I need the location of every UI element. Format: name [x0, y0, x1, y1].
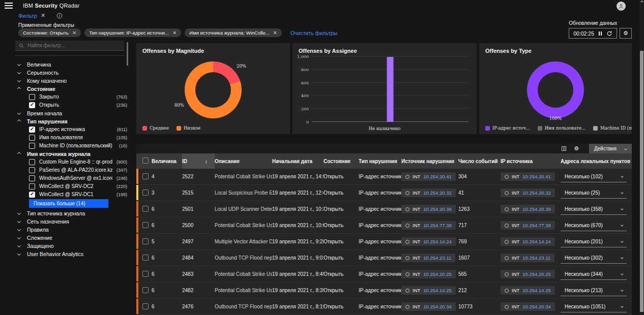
table-row[interactable]: 62483Potential Cobalt Strike Usage ne...…: [136, 266, 632, 282]
refresh-icon[interactable]: [606, 30, 612, 37]
col-start-date[interactable]: Начальная дата: [272, 159, 324, 164]
ip-link[interactable]: 10.254.14.25: [423, 288, 451, 293]
filter-option[interactable]: WinCollect @ SRV-DC1(199): [15, 191, 128, 198]
filter-option[interactable]: IP-адрес источника(811): [15, 125, 128, 133]
filter-option[interactable]: Machine ID (пользовательский)(16): [15, 142, 128, 149]
clear-filters-link[interactable]: Очистить фильтры: [290, 30, 337, 36]
chip-close-icon[interactable]: ✕: [172, 30, 177, 36]
ip-link[interactable]: 10.254.20.41: [423, 174, 451, 179]
table-row[interactable]: 62482Potential Cobalt Strike Usage ne...…: [136, 282, 632, 299]
table-row[interactable]: 62501Local UDP Scanner Detected пер...19…: [136, 201, 632, 217]
col-status[interactable]: Состояние: [324, 159, 359, 164]
ip-badge[interactable]: INT10.254.20.39: [401, 205, 456, 213]
sidebar-section-3[interactable]: Состояние: [15, 85, 128, 92]
ip-badge[interactable]: INT10.254.20.34: [401, 302, 456, 311]
cell-description[interactable]: Potential Cobalt Strike Usage ne...: [215, 271, 272, 277]
ip-badge[interactable]: INT10.254.23.11: [501, 254, 554, 262]
ip-badge[interactable]: INT10.254.20.32: [501, 188, 555, 197]
ip-link[interactable]: 10.254.77.38: [423, 223, 451, 228]
ip-badge[interactable]: INT10.254.20.32: [401, 188, 456, 197]
ip-link[interactable]: 10.254.14.24: [423, 239, 451, 244]
checkbox[interactable]: [29, 135, 35, 141]
ip-link[interactable]: 10.254.20.32: [423, 190, 451, 196]
filter-search[interactable]: [15, 41, 124, 51]
cell-description[interactable]: Multiple Vector Attacker Detecte...: [215, 239, 272, 244]
ip-link[interactable]: 10.254.20.39: [423, 206, 451, 212]
chip-close-icon[interactable]: ✕: [72, 30, 76, 36]
col-event-count[interactable]: Число событий: [458, 159, 501, 164]
col-offense-source[interactable]: Источник нарушения: [401, 159, 458, 164]
legend-item[interactable]: Среднее: [142, 125, 169, 131]
ip-link[interactable]: 10.254.23.11: [522, 255, 550, 261]
sidebar-section-6[interactable]: Имя источника журнала: [15, 150, 128, 158]
scroll-up-icon[interactable]: [640, 1, 643, 4]
ip-badge[interactable]: INT10.254.20.39: [501, 205, 555, 213]
info-icon[interactable]: [56, 13, 63, 19]
row-checkbox[interactable]: [142, 303, 149, 309]
sidebar-section-11[interactable]: Защищено: [15, 242, 128, 249]
page-scrollbar[interactable]: [639, 0, 644, 315]
sidebar-section-4[interactable]: Время начала: [15, 109, 128, 117]
ip-badge[interactable]: INT10.254.20.25: [401, 270, 456, 278]
destinations-dropdown[interactable]: Несколько (302): [561, 253, 627, 264]
col-magnitude[interactable]: Величина: [152, 159, 182, 164]
hamburger-menu-icon[interactable]: [5, 3, 13, 9]
filter-option[interactable]: Custom Rule Engine-8 :: qr-prod(900): [15, 158, 128, 166]
table-row[interactable]: 62484Outbound TCP Flood перед кото...19 …: [136, 250, 632, 266]
sidebar-section-2[interactable]: Кому назначено: [15, 77, 128, 84]
row-checkbox[interactable]: [142, 255, 149, 261]
ip-link[interactable]: 10.254.77.38: [522, 223, 550, 228]
ip-badge[interactable]: INT10.254.20.41: [501, 172, 555, 181]
table-row[interactable]: 52497Multiple Vector Attacker Detecte...…: [136, 234, 632, 250]
ip-link[interactable]: 10.254.20.32: [522, 190, 550, 196]
ip-link[interactable]: 10.254.20.25: [423, 271, 451, 277]
col-source-ip[interactable]: IP источника: [501, 159, 561, 164]
ip-badge[interactable]: INT10.254.77.38: [501, 221, 555, 230]
legend-item[interactable]: Machine ID (по...: [593, 125, 632, 131]
filter-option[interactable]: Имя пользователя(105): [15, 134, 128, 141]
row-checkbox[interactable]: [142, 222, 149, 228]
destinations-dropdown[interactable]: Несколько (201): [561, 236, 627, 247]
checkbox[interactable]: [29, 192, 35, 198]
sidebar-section-10[interactable]: Слежение: [15, 234, 128, 241]
pause-icon[interactable]: [599, 32, 602, 36]
col-id[interactable]: ID↓: [182, 153, 215, 169]
ip-link[interactable]: 10.254.20.34: [423, 304, 451, 309]
table-row[interactable]: 62476Outbound TCP Flood перед кото...19 …: [136, 299, 632, 315]
destinations-dropdown[interactable]: Несколько (670): [561, 220, 627, 231]
checkbox[interactable]: [29, 175, 35, 181]
sidebar-section-7[interactable]: Тип источника журнала: [15, 209, 128, 217]
legend-item[interactable]: Имя пользовате...: [538, 125, 586, 131]
destinations-dropdown[interactable]: Несколько (213): [561, 285, 627, 296]
sidebar-section-0[interactable]: Величина: [15, 60, 128, 68]
filter-search-input[interactable]: [27, 43, 114, 48]
ip-link[interactable]: 10.254.14.25: [522, 288, 550, 293]
ip-link[interactable]: 10.254.23.11: [423, 255, 451, 261]
sidebar-scrollbar-thumb[interactable]: [127, 42, 128, 66]
chip-close-icon[interactable]: ✕: [273, 30, 277, 36]
ip-badge[interactable]: INT10.254.20.41: [401, 172, 456, 181]
checkbox[interactable]: [29, 183, 35, 190]
checkbox[interactable]: [29, 127, 35, 133]
checkbox[interactable]: [29, 94, 35, 100]
refresh-settings-button[interactable]: ⚙: [620, 28, 632, 39]
ip-link[interactable]: 10.254.20.25: [522, 271, 550, 277]
destinations-dropdown[interactable]: Несколько (102): [561, 171, 627, 182]
filter-option[interactable]: PaSeries @ ALA-PA220.icore.kz(347): [15, 166, 128, 174]
filter-option[interactable]: WinCollect @ SRV-DC2(220): [15, 182, 128, 190]
cell-description[interactable]: Local UDP Scanner Detected пер...: [215, 206, 272, 212]
show-more-button[interactable]: Показать больше (14): [29, 199, 108, 208]
tab-close-icon[interactable]: ✕: [41, 12, 45, 19]
checkbox[interactable]: [29, 102, 35, 108]
cell-description[interactable]: Outbound TCP Flood перед кото...: [215, 304, 272, 309]
cell-description[interactable]: Local Suspicious Probe Events D...: [215, 190, 272, 196]
ip-badge[interactable]: INT10.254.77.38: [401, 221, 456, 230]
row-checkbox[interactable]: [142, 287, 149, 293]
actions-button[interactable]: Действия: [589, 144, 632, 153]
select-all-checkbox[interactable]: [142, 158, 149, 164]
destinations-dropdown[interactable]: Несколько (344): [561, 269, 627, 280]
sidebar-section-12[interactable]: User Behavior Analytics: [15, 250, 128, 258]
legend-item[interactable]: Низкое: [177, 125, 200, 131]
ip-badge[interactable]: INT10.254.14.24: [501, 237, 555, 246]
sidebar-section-9[interactable]: Правила: [15, 226, 128, 233]
